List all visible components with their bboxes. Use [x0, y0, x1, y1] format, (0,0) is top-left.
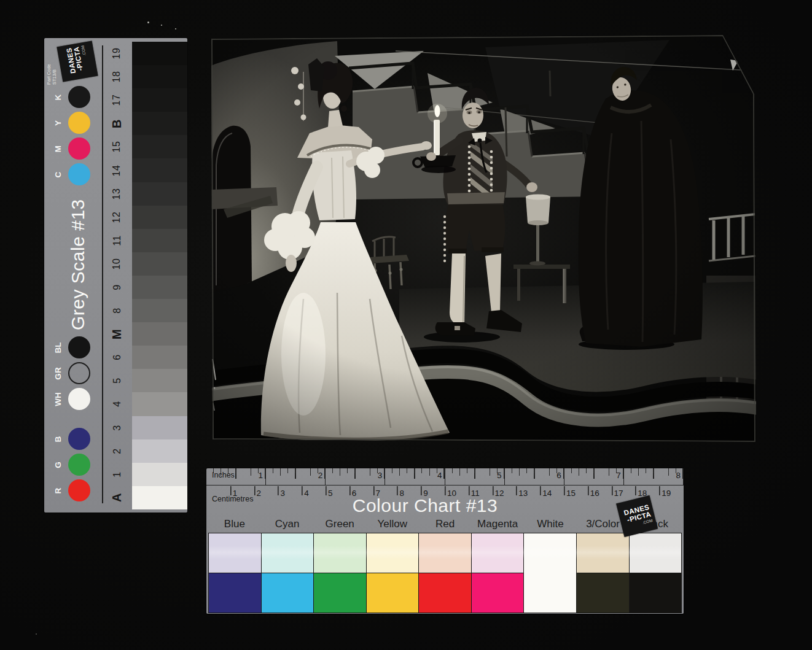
rgb-dot-column: B G R	[50, 428, 102, 501]
grey-step-patch	[132, 182, 187, 206]
step-number: 13	[103, 182, 131, 206]
dot-letter: C	[53, 167, 63, 182]
dot-letter: K	[53, 90, 63, 104]
step-number: 1	[103, 463, 131, 486]
scanner-bed: { "grey_scale_card": { "title": "Grey Sc…	[0, 0, 812, 650]
swatch-saturated	[630, 573, 682, 613]
dot-letter: R	[53, 483, 63, 498]
swatch-pale	[472, 533, 524, 573]
dot-letter: G	[53, 457, 63, 472]
swatch-label: White	[524, 518, 577, 530]
cmyk-dot-column: K Y M C	[50, 86, 102, 185]
dust-speck	[175, 28, 176, 29]
calibration-dot	[68, 362, 90, 384]
swatch-column	[367, 533, 420, 613]
inch-segment: 8	[624, 468, 684, 485]
inch-segment: 2	[266, 468, 326, 485]
swatch-grid	[208, 533, 682, 613]
swatch-pale	[419, 533, 471, 573]
step-number: 6	[103, 346, 131, 369]
swatch-saturated	[524, 573, 576, 613]
calibration-dot-row: Y	[50, 112, 102, 134]
swatch-label: Red	[419, 518, 472, 530]
calibration-dot	[68, 388, 90, 410]
grey-step-patch	[132, 229, 187, 252]
grey-step-patch	[132, 158, 187, 182]
grey-step-patch	[132, 322, 187, 346]
calibration-dot	[68, 137, 90, 160]
inch-segment: 4	[385, 468, 445, 485]
swatch-saturated	[209, 573, 261, 613]
swatch-pale	[262, 533, 314, 573]
calibration-dot-row: G	[50, 454, 102, 476]
step-number: B	[103, 112, 131, 135]
swatch-pale	[367, 533, 419, 573]
step-number: A	[103, 486, 131, 509]
inch-segment: 7	[564, 468, 624, 485]
swatch-label: Magenta	[471, 518, 524, 530]
calibration-dot-row: K	[50, 86, 102, 108]
calibration-dot	[68, 428, 90, 450]
grey-step-patch	[132, 206, 187, 229]
inch-ruler: 12345678	[206, 468, 684, 486]
dust-speck	[161, 25, 162, 26]
step-number: 19	[103, 42, 131, 65]
calibration-dot-row: C	[50, 163, 102, 185]
swatch-pale	[524, 533, 576, 573]
colour-chart-card: Inches 12345678 123456789101112131415161…	[206, 468, 684, 614]
swatch-saturated	[262, 573, 314, 613]
calibration-dot-row: GR	[50, 362, 102, 384]
calibration-dot-row: BL	[50, 336, 102, 358]
dot-letter: WH	[53, 392, 63, 406]
grey-step-patch	[132, 416, 187, 439]
grey-step-patches	[132, 42, 187, 509]
step-number: 15	[103, 135, 131, 158]
grey-step-patch	[132, 439, 187, 463]
grey-step-patch	[132, 135, 187, 158]
swatch-label: Yellow	[366, 518, 419, 530]
swatch-pale	[209, 533, 261, 573]
grey-step-patch	[132, 346, 187, 369]
cm-segment: 19	[659, 486, 683, 502]
calibration-dot	[68, 163, 90, 185]
inch-segment: 5	[445, 468, 505, 485]
grey-step-patch	[132, 65, 187, 88]
bw-theatre-photo	[211, 35, 756, 444]
calibration-dot	[68, 112, 90, 134]
swatch-label: Blue	[208, 518, 261, 530]
step-number: M	[103, 322, 131, 346]
swatch-column	[577, 533, 630, 613]
dust-speck	[36, 633, 37, 635]
bw-theatre-photo-print	[211, 35, 756, 444]
step-number: 2	[103, 439, 131, 463]
calibration-dot-row: R	[50, 479, 102, 501]
calibration-dot	[68, 86, 90, 108]
swatch-label-row: BlueCyanGreenYellowRedMagentaWhite3/Colo…	[208, 518, 682, 530]
step-number: 4	[103, 392, 131, 416]
swatch-column	[314, 533, 367, 613]
grey-step-patch	[132, 369, 187, 392]
grey-step-patch	[132, 88, 187, 112]
dot-letter: Y	[53, 115, 63, 130]
swatch-pale	[630, 533, 682, 573]
calibration-dot-row: M	[50, 137, 102, 160]
grey-step-patch	[132, 112, 187, 135]
dot-letter: M	[53, 141, 63, 156]
swatch-saturated	[577, 573, 629, 613]
grey-step-patch	[132, 463, 187, 486]
part-code-label: Part Code ST13/B	[46, 64, 57, 85]
step-number: 17	[103, 88, 131, 112]
calibration-dot	[68, 479, 90, 501]
swatch-column	[524, 533, 577, 613]
step-number: 9	[103, 276, 131, 299]
reference-dot-column: BL GR WH	[50, 336, 102, 410]
step-number-scale: 19 18 17 B 15 14 13 12 11 10 9 8	[103, 42, 131, 509]
swatch-label: Cyan	[261, 518, 314, 530]
calibration-dot	[68, 336, 90, 358]
dust-speck	[147, 21, 149, 23]
step-number: 8	[103, 299, 131, 322]
dot-letter: B	[53, 431, 63, 446]
grey-step-patch	[132, 486, 187, 509]
dot-letter: GR	[53, 366, 63, 381]
inch-segment: 3	[326, 468, 385, 485]
